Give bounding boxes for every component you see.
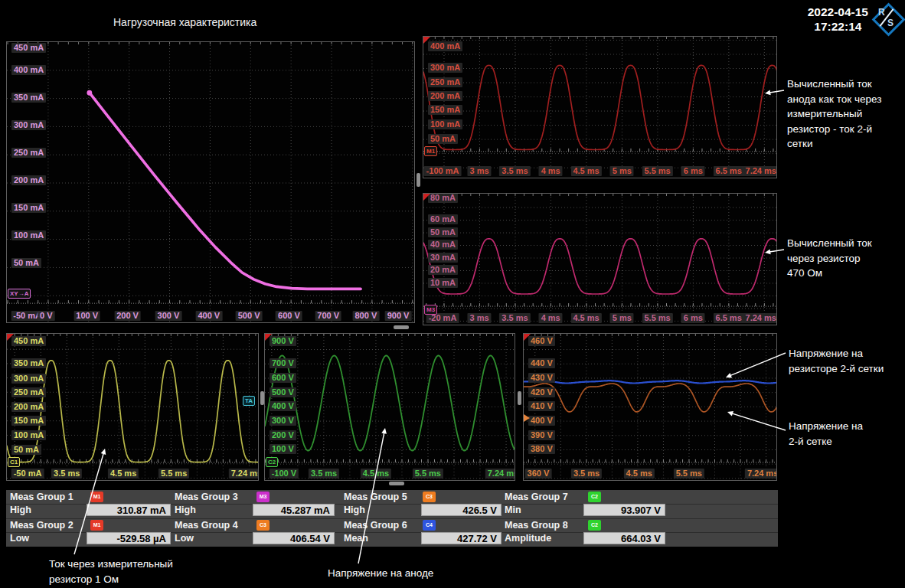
logo-letter-r: R <box>878 7 885 18</box>
grid2-resistor-current-plot-y-tick-label: 60 mA <box>428 214 458 224</box>
meas-value: 406.54 V <box>253 532 335 544</box>
pane-splitter-handle[interactable] <box>389 482 404 485</box>
meas-source-badge[interactable]: M1 <box>90 520 103 531</box>
grid2-resistor-current-plot-channel-badge[interactable]: M3 <box>424 305 437 315</box>
anode-current-plot-x-tick-label: 7.24 ms <box>743 166 777 176</box>
meas-source-badge[interactable]: M3 <box>256 492 270 502</box>
annotation-text: Вычисленный ток анода как ток через изме… <box>787 77 903 152</box>
grid2-voltage-plot[interactable]: 460 V440 V430 V420 V410 V400 V390 V380 V… <box>523 333 777 481</box>
meas-resistor-current-plot-y-tick-label: 150 mA <box>11 416 46 426</box>
grid2-resistor-current-plot-x-tick-label: 4 ms <box>539 313 563 323</box>
meas-source-badge[interactable]: M1 <box>90 492 103 502</box>
anode-current-plot-channel-badge[interactable]: M1 <box>424 146 437 156</box>
meas-source-badge[interactable]: C3 <box>423 492 436 502</box>
meas-resistor-current-plot-y-tick-label: 250 mA <box>11 387 46 397</box>
grid2-voltage-plot-x-tick-label: 7.24 ms <box>745 469 777 479</box>
meas-group-name: Meas Group 6 <box>344 520 407 531</box>
xy-load-characteristic-plot-x-tick-label: 200 V <box>114 311 141 321</box>
meas-resistor-current-plot-x-tick-label: -50 mA <box>11 469 44 479</box>
meas-resistor-current-plot-y-tick-label: 450 mA <box>11 336 46 346</box>
grid2-voltage-plot-corner-marker-icon <box>524 334 531 341</box>
xy-load-characteristic-plot-y-tick-label: 450 mA <box>11 43 46 53</box>
meas-stat-label: High <box>10 505 31 516</box>
anode-voltage-plot-x-tick-label: 3.5 ms <box>309 469 339 479</box>
meas-source-badge[interactable]: C2 <box>588 520 601 531</box>
table-row-separator <box>6 518 778 519</box>
grid2-voltage-plot-y-tick-label: 430 V <box>528 373 555 383</box>
xy-load-characteristic-plot-y-tick-label: 300 mA <box>11 120 46 130</box>
date-text: 2022-04-15 <box>808 5 868 19</box>
meas-resistor-current-plot-corner-marker-icon <box>7 334 14 341</box>
meas-resistor-current-plot-y-tick-label: 50 mA <box>11 445 41 455</box>
anode-current-plot-y-tick-label: 400 mA <box>428 41 462 51</box>
meas-group-name: Meas Group 5 <box>344 492 407 503</box>
grid2-resistor-current-plot-y-tick-label: 20 mA <box>428 265 458 275</box>
grid2-voltage-plot-y-tick-label: 420 V <box>528 387 555 397</box>
meas-resistor-current-plot-y-tick-label: 350 mA <box>11 358 46 368</box>
grid2-resistor-current-plot-x-tick-label: 3.5 ms <box>499 313 530 323</box>
pane-splitter-handle[interactable] <box>417 173 420 187</box>
anode-current-plot-x-tick-label: 5.5 ms <box>642 166 672 176</box>
meas-resistor-current-plot-y-tick-label: 200 mA <box>11 402 46 412</box>
anode-current-plot-x-tick-label: -100 mA <box>424 166 462 176</box>
meas-resistor-current-plot[interactable]: 450 mA350 mA300 mA250 mA200 mA150 mA100 … <box>6 333 259 481</box>
grid2-voltage-plot-y-tick-label: 440 V <box>528 358 555 368</box>
meas-resistor-current-plot-trigger-badge[interactable]: TA <box>243 396 255 406</box>
meas-resistor-current-plot-channel-badge[interactable]: C1 <box>8 457 20 467</box>
anode-current-plot-y-tick-label: 200 mA <box>428 91 462 101</box>
grid2-voltage-plot-y-tick-label: 460 V <box>528 336 555 346</box>
anode-current-plot-x-tick-label: 4.5 ms <box>570 166 601 176</box>
grid2-voltage-plot-y-tick-label: 390 V <box>528 430 555 440</box>
anode-current-plot-x-tick-label: 3 ms <box>468 166 492 176</box>
xy-load-characteristic-plot-y-tick-label: 50 mA <box>11 258 41 268</box>
meas-source-badge[interactable]: C4 <box>423 520 436 531</box>
xy-load-characteristic-plot-y-tick-label: 200 mA <box>11 175 46 185</box>
meas-value: 664.03 V <box>583 532 665 544</box>
grid2-voltage-plot-x-tick-label: 5.5 ms <box>674 469 704 479</box>
meas-value: 45.287 mA <box>253 504 335 516</box>
grid2-voltage-plot-channel-marker-icon <box>524 414 530 422</box>
datetime-display: 2022-04-15 17:22:14 <box>808 5 868 34</box>
anode-current-plot[interactable]: 400 mA300 mA250 mA200 mA150 mA100 mA50 m… <box>423 36 777 178</box>
grid2-resistor-current-plot-y-tick-label: 30 mA <box>428 253 458 263</box>
anode-current-plot-y-tick-label: 50 mA <box>428 134 458 144</box>
anode-voltage-plot-x-tick-label: -100 V <box>270 469 299 479</box>
pane-splitter-handle[interactable] <box>394 325 409 329</box>
grid2-resistor-current-plot-y-tick-label: 10 mA <box>428 278 458 288</box>
xy-load-characteristic-plot-y-tick-label: 400 mA <box>11 65 46 75</box>
grid2-resistor-current-plot-x-tick-label: 6 ms <box>681 313 705 323</box>
pane-splitter-handle[interactable] <box>518 391 521 405</box>
xy-load-characteristic-plot-channel-badge[interactable]: XY→A <box>8 289 31 299</box>
meas-resistor-current-plot-x-tick-label: 4.5 ms <box>108 469 139 479</box>
anode-current-plot-x-tick-label: 3.5 ms <box>499 166 530 176</box>
grid2-resistor-current-plot-x-tick-label: 6.5 ms <box>714 313 744 323</box>
xy-load-characteristic-plot[interactable]: 450 mA400 mA350 mA300 mA250 mA200 mA150 … <box>6 41 415 323</box>
xy-load-characteristic-plot-y-tick-label: 100 mA <box>11 230 46 240</box>
xy-load-characteristic-plot-x-tick-label: 100 V <box>74 311 100 321</box>
time-text: 17:22:14 <box>808 19 868 34</box>
grid2-resistor-current-plot-y-tick-label: 80 mA <box>428 193 458 203</box>
meas-source-badge[interactable]: C3 <box>256 520 270 531</box>
pane-splitter-handle[interactable] <box>260 391 264 405</box>
meas-resistor-current-plot-x-tick-label: 5.5 ms <box>158 469 189 479</box>
xy-load-characteristic-plot-x-tick-label: 700 V <box>315 311 341 321</box>
grid2-resistor-current-plot-x-tick-label: 4.5 ms <box>570 313 601 323</box>
anode-voltage-plot-channel-badge[interactable]: C2 <box>266 457 278 467</box>
rohde-schwarz-logo-icon: R S <box>871 2 902 33</box>
xy-load-characteristic-plot-x-tick-label: 800 V <box>352 311 379 321</box>
meas-stat-label: High <box>344 505 365 516</box>
grid2-resistor-current-plot-y-tick-label: 50 mA <box>428 227 458 237</box>
annotation-text: Вычисленный ток через резистор 470 Ом <box>787 236 903 281</box>
xy-load-characteristic-plot-y-tick-label: 350 mA <box>11 93 46 103</box>
grid2-voltage-plot-y-tick-label: 410 V <box>528 401 555 411</box>
grid2-resistor-current-plot-y-tick-label: 40 mA <box>428 240 458 250</box>
meas-group-name: Meas Group 8 <box>505 520 568 531</box>
grid2-resistor-current-plot[interactable]: 80 mA60 mA50 mA40 mA30 mA20 mA10 mA-20 m… <box>423 193 777 325</box>
anode-voltage-plot[interactable]: 900 V700 V600 V500 V400 V300 V200 V100 V… <box>264 333 515 481</box>
logo-letter-s: S <box>887 18 894 28</box>
meas-value: -529.58 µA <box>87 532 171 544</box>
grid2-voltage-plot-x-tick-label: 360 V <box>525 469 552 479</box>
page-title: Нагрузочная характеристика <box>113 16 256 28</box>
meas-stat-label: Amplitude <box>505 533 551 544</box>
meas-source-badge[interactable]: C2 <box>588 492 601 502</box>
